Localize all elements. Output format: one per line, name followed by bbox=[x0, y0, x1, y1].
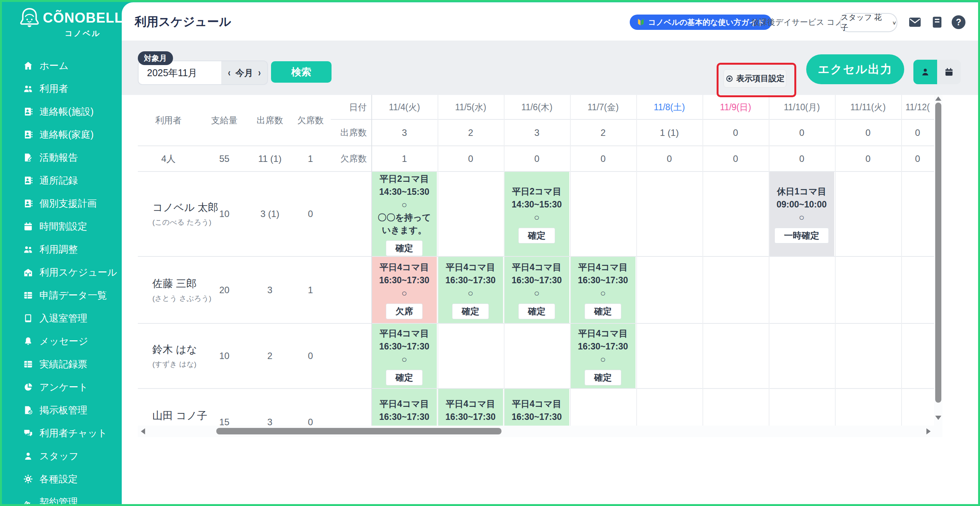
sidebar-item-application-data[interactable]: 申請データ一覧 bbox=[0, 284, 122, 307]
table-icon bbox=[23, 359, 33, 369]
pie-chart-icon bbox=[23, 382, 33, 392]
sidebar-item-user-chat[interactable]: 利用者チャット bbox=[0, 421, 122, 444]
sidebar-item-contact-home[interactable]: 連絡帳(家庭) bbox=[0, 123, 122, 146]
sidebar-item-staff[interactable]: スタッフ bbox=[0, 444, 122, 467]
scroll-right-icon[interactable] bbox=[926, 428, 931, 434]
users-icon bbox=[23, 244, 33, 255]
schedule-cell[interactable]: 平日2コマ目 14:30~15:30 ○ 〇〇を持って いきます。 確定 bbox=[372, 172, 437, 256]
schedule-cell[interactable]: 平日4コマ目 16:30~17:30 ○ 確定 bbox=[504, 257, 569, 323]
sidebar-item-settings[interactable]: 各種設定 bbox=[0, 467, 122, 490]
users-icon bbox=[23, 83, 33, 94]
schedule-cell[interactable]: 休日1コマ目 09:00~10:00 ○ 一時確定 bbox=[769, 172, 834, 256]
staff-select[interactable]: スタッフ 花子 ∨ bbox=[840, 13, 897, 32]
horizontal-scrollbar-thumb[interactable] bbox=[216, 428, 501, 434]
bell-mascot-icon bbox=[17, 6, 42, 31]
mail-icon[interactable] bbox=[907, 15, 923, 29]
sidebar-item-users[interactable]: 利用者 bbox=[0, 77, 122, 100]
grid-line bbox=[138, 388, 934, 389]
schedule-cell[interactable]: 平日4コマ目 16:30~17:30 ○ bbox=[372, 389, 437, 426]
attendance-mark: ○ bbox=[534, 211, 540, 224]
schedule-cell[interactable]: 平日4コマ目 16:30~17:30 ○ bbox=[504, 389, 569, 426]
attend-count: 0 bbox=[769, 119, 835, 146]
app-logo[interactable]: CÕNOBELL コノベル bbox=[0, 0, 122, 50]
logo-subtext: コノベル bbox=[43, 28, 122, 39]
absent-count: 0 bbox=[636, 146, 702, 171]
scroll-up-icon[interactable] bbox=[935, 96, 941, 101]
scroll-down-icon[interactable] bbox=[935, 416, 941, 420]
schedule-cell[interactable]: 平日4コマ目 16:30~17:30 ○ 欠席 bbox=[372, 257, 437, 323]
horizontal-scrollbar[interactable] bbox=[138, 426, 942, 437]
date-header-sunday: 11/9(日) bbox=[702, 95, 769, 119]
view-toggle bbox=[913, 60, 961, 84]
status-badge: 確定 bbox=[386, 240, 423, 256]
excel-export-button[interactable]: エクセル出力 bbox=[806, 54, 904, 84]
sidebar-item-messages[interactable]: メッセージ bbox=[0, 330, 122, 353]
sidebar-item-usage-schedule[interactable]: 利用スケジュール bbox=[0, 261, 122, 284]
date-header-saturday: 11/8(土) bbox=[636, 95, 702, 119]
attendance-mark: ○ bbox=[402, 198, 407, 211]
schedule-cell[interactable]: 平日4コマ目 16:30~17:30 ○ bbox=[438, 389, 503, 426]
bell-icon bbox=[23, 336, 33, 346]
sidebar-item-contract[interactable]: 契約管理 bbox=[0, 490, 122, 506]
attendance-mark: ○ bbox=[799, 211, 805, 224]
sidebar-item-support-plan[interactable]: 個別支援計画 bbox=[0, 192, 122, 215]
app-window: CÕNOBELL コノベル ホーム 利用者 連絡帳(施設) 連絡帳(家庭) 活動… bbox=[0, 0, 980, 506]
sidebar-item-activity-report[interactable]: 活動報告 bbox=[0, 146, 122, 169]
user-view-toggle[interactable] bbox=[913, 60, 937, 84]
scroll-left-icon[interactable] bbox=[141, 428, 145, 434]
status-badge: 確定 bbox=[518, 228, 555, 243]
contact-book-icon bbox=[23, 175, 33, 186]
user-name-cell: 佐藤 三郎 (さとう さぶろう) bbox=[138, 256, 199, 323]
search-button[interactable]: 検索 bbox=[271, 61, 332, 83]
sidebar-item-attendance-record[interactable]: 通所記録 bbox=[0, 169, 122, 192]
display-settings-button[interactable]: 表示項目設定 bbox=[724, 69, 786, 88]
contact-book-icon bbox=[23, 106, 33, 117]
attendance-mark: ○ bbox=[600, 287, 606, 300]
calendar-icon bbox=[23, 221, 33, 232]
help-icon[interactable]: ? bbox=[952, 15, 965, 29]
sidebar-item-home[interactable]: ホーム bbox=[0, 54, 122, 77]
sidebar-item-entry-exit[interactable]: 入退室管理 bbox=[0, 307, 122, 330]
vertical-scrollbar[interactable] bbox=[934, 95, 942, 426]
user-attend: 3 (1) bbox=[250, 171, 290, 256]
grid-line bbox=[371, 95, 372, 426]
grid-line bbox=[504, 95, 505, 426]
gear-icon bbox=[23, 474, 33, 484]
sidebar-item-record-sheet[interactable]: 実績記録票 bbox=[0, 353, 122, 375]
sidebar-item-survey[interactable]: アンケート bbox=[0, 375, 122, 398]
schedule-cell[interactable]: 平日2コマ目 14:30~15:30 ○ 確定 bbox=[504, 172, 569, 256]
sidebar-item-usage-adjust[interactable]: 利用調整 bbox=[0, 238, 122, 261]
summary-users: 4人 bbox=[138, 146, 199, 171]
absent-count: 0 bbox=[570, 146, 636, 171]
sidebar-item-contact-facility[interactable]: 連絡帳(施設) bbox=[0, 100, 122, 123]
sidebar-item-timetable[interactable]: 時間割設定 bbox=[0, 215, 122, 238]
absent-count: 0 bbox=[901, 146, 934, 171]
attendance-mark: ○ bbox=[402, 287, 407, 300]
user-supply: 10 bbox=[199, 323, 250, 388]
doc-pen-icon bbox=[23, 152, 33, 163]
schedule-cell[interactable]: 平日4コマ目 16:30~17:30 ○ 確定 bbox=[570, 324, 635, 388]
eye-icon bbox=[725, 75, 733, 83]
vertical-scrollbar-thumb[interactable] bbox=[935, 103, 941, 403]
schedule-cell[interactable]: 平日4コマ目 16:30~17:30 ○ 確定 bbox=[372, 324, 437, 388]
sidebar-item-board-admin[interactable]: 掲示板管理 bbox=[0, 398, 122, 421]
user-supply: 15 bbox=[199, 399, 250, 426]
next-month-icon[interactable]: › bbox=[258, 67, 261, 78]
schedule-cell[interactable]: 平日4コマ目 16:30~17:30 ○ 確定 bbox=[570, 257, 635, 323]
person-icon bbox=[23, 451, 33, 461]
attendance-mark: ○ bbox=[600, 353, 606, 366]
prev-month-icon[interactable]: ‹ bbox=[228, 67, 230, 78]
month-nav: ‹ 今月 › bbox=[221, 60, 268, 85]
doc-check-icon bbox=[23, 405, 33, 415]
feed-icon[interactable] bbox=[930, 15, 944, 30]
person-icon bbox=[920, 67, 930, 77]
user-absent: 1 bbox=[290, 256, 331, 323]
guide-button[interactable]: コノベルの基本的な使い方ガイド bbox=[630, 15, 772, 30]
row-header-absent: 欠席数 bbox=[331, 146, 371, 171]
user-absent: 0 bbox=[290, 171, 331, 256]
schedule-cell[interactable]: 平日4コマ目 16:30~17:30 ○ 確定 bbox=[438, 257, 503, 323]
logo-text: CÕNOBELL bbox=[43, 10, 123, 26]
this-month-button[interactable]: 今月 bbox=[235, 67, 253, 79]
calendar-view-toggle[interactable] bbox=[937, 60, 961, 84]
user-attend: 3 bbox=[250, 256, 290, 323]
